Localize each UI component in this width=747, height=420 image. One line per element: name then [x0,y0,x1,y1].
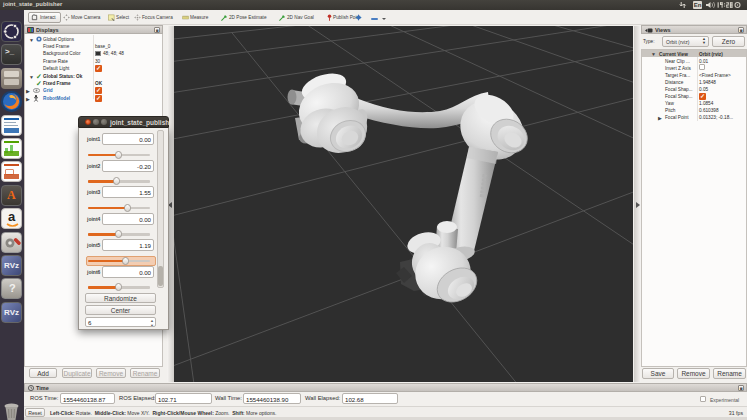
svg-text:En: En [694,2,702,8]
